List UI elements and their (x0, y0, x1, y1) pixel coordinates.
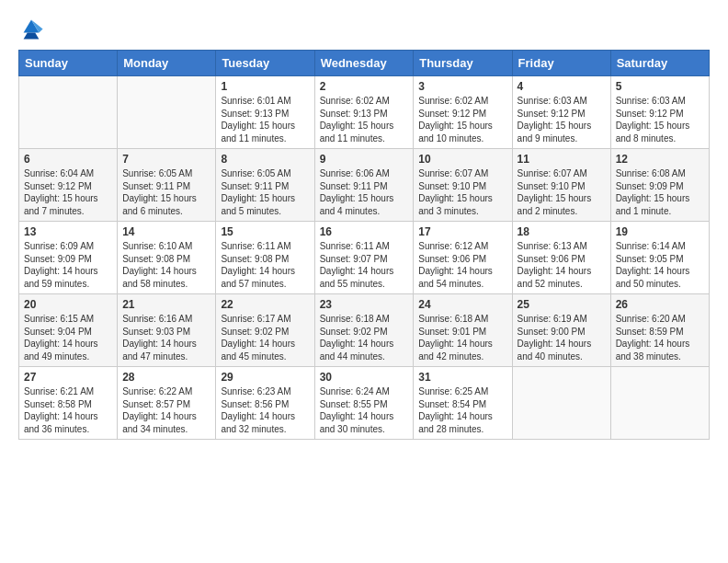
calendar-cell: 24Sunrise: 6:18 AM Sunset: 9:01 PM Dayli… (414, 294, 512, 367)
day-number: 27 (24, 371, 112, 384)
calendar-cell: 18Sunrise: 6:13 AM Sunset: 9:06 PM Dayli… (512, 222, 610, 294)
calendar-cell: 6Sunrise: 6:04 AM Sunset: 9:12 PM Daylig… (19, 149, 118, 222)
day-info: Sunrise: 6:03 AM Sunset: 9:12 PM Dayligh… (518, 95, 606, 144)
day-info: Sunrise: 6:02 AM Sunset: 9:13 PM Dayligh… (320, 95, 409, 144)
day-number: 26 (616, 298, 704, 311)
calendar-cell (512, 367, 610, 440)
day-info: Sunrise: 6:21 AM Sunset: 8:58 PM Dayligh… (24, 385, 112, 435)
calendar-cell: 19Sunrise: 6:14 AM Sunset: 9:05 PM Dayli… (610, 222, 709, 294)
day-number: 9 (320, 153, 409, 166)
day-info: Sunrise: 6:11 AM Sunset: 9:07 PM Dayligh… (320, 240, 409, 290)
calendar-cell: 14Sunrise: 6:10 AM Sunset: 9:08 PM Dayli… (118, 222, 216, 294)
day-info: Sunrise: 6:12 AM Sunset: 9:06 PM Dayligh… (418, 240, 506, 290)
page-header (18, 15, 710, 40)
calendar-cell: 27Sunrise: 6:21 AM Sunset: 8:58 PM Dayli… (19, 367, 118, 440)
calendar-cell: 16Sunrise: 6:11 AM Sunset: 9:07 PM Dayli… (314, 222, 414, 294)
day-info: Sunrise: 6:05 AM Sunset: 9:11 PM Dayligh… (122, 167, 210, 217)
calendar-cell: 26Sunrise: 6:20 AM Sunset: 8:59 PM Dayli… (610, 294, 709, 367)
day-number: 16 (320, 225, 409, 238)
calendar-week-3: 13Sunrise: 6:09 AM Sunset: 9:09 PM Dayli… (19, 222, 710, 294)
day-info: Sunrise: 6:14 AM Sunset: 9:05 PM Dayligh… (616, 240, 704, 290)
calendar-table: SundayMondayTuesdayWednesdayThursdayFrid… (18, 50, 710, 440)
day-info: Sunrise: 6:07 AM Sunset: 9:10 PM Dayligh… (518, 167, 606, 217)
calendar-cell: 3Sunrise: 6:02 AM Sunset: 9:12 PM Daylig… (414, 76, 512, 149)
day-number: 20 (24, 298, 112, 311)
day-number: 24 (418, 298, 506, 311)
day-info: Sunrise: 6:08 AM Sunset: 9:09 PM Dayligh… (616, 167, 704, 217)
day-info: Sunrise: 6:13 AM Sunset: 9:06 PM Dayligh… (518, 240, 606, 290)
day-number: 18 (518, 225, 606, 238)
day-info: Sunrise: 6:06 AM Sunset: 9:11 PM Dayligh… (320, 167, 409, 217)
day-info: Sunrise: 6:02 AM Sunset: 9:12 PM Dayligh… (418, 95, 506, 144)
day-number: 15 (221, 225, 309, 238)
day-info: Sunrise: 6:10 AM Sunset: 9:08 PM Dayligh… (122, 240, 210, 290)
day-info: Sunrise: 6:09 AM Sunset: 9:09 PM Dayligh… (24, 240, 112, 290)
day-number: 31 (418, 371, 506, 384)
day-number: 4 (518, 80, 606, 93)
day-info: Sunrise: 6:15 AM Sunset: 9:04 PM Dayligh… (24, 313, 112, 362)
day-number: 2 (320, 80, 409, 93)
weekday-header-friday: Friday (512, 51, 610, 76)
day-info: Sunrise: 6:05 AM Sunset: 9:11 PM Dayligh… (221, 167, 309, 217)
calendar-cell: 9Sunrise: 6:06 AM Sunset: 9:11 PM Daylig… (314, 149, 414, 222)
day-number: 22 (221, 298, 309, 311)
calendar-cell: 10Sunrise: 6:07 AM Sunset: 9:10 PM Dayli… (414, 149, 512, 222)
day-number: 12 (616, 153, 704, 166)
calendar-cell (118, 76, 216, 149)
day-number: 19 (616, 225, 704, 238)
weekday-header-thursday: Thursday (414, 51, 512, 76)
weekday-header-sunday: Sunday (19, 51, 118, 76)
calendar-cell: 22Sunrise: 6:17 AM Sunset: 9:02 PM Dayli… (216, 294, 314, 367)
day-number: 3 (418, 80, 506, 93)
calendar-cell: 15Sunrise: 6:11 AM Sunset: 9:08 PM Dayli… (216, 222, 314, 294)
day-number: 23 (320, 298, 409, 311)
day-info: Sunrise: 6:11 AM Sunset: 9:08 PM Dayligh… (221, 240, 309, 290)
calendar-cell: 12Sunrise: 6:08 AM Sunset: 9:09 PM Dayli… (610, 149, 709, 222)
day-info: Sunrise: 6:24 AM Sunset: 8:55 PM Dayligh… (320, 385, 409, 435)
day-info: Sunrise: 6:18 AM Sunset: 9:02 PM Dayligh… (320, 313, 409, 362)
day-number: 7 (122, 153, 210, 166)
calendar-cell: 31Sunrise: 6:25 AM Sunset: 8:54 PM Dayli… (414, 367, 512, 440)
day-number: 29 (221, 371, 309, 384)
calendar-cell: 30Sunrise: 6:24 AM Sunset: 8:55 PM Dayli… (314, 367, 414, 440)
day-info: Sunrise: 6:19 AM Sunset: 9:00 PM Dayligh… (518, 313, 606, 362)
calendar-cell: 1Sunrise: 6:01 AM Sunset: 9:13 PM Daylig… (216, 76, 314, 149)
calendar-cell: 8Sunrise: 6:05 AM Sunset: 9:11 PM Daylig… (216, 149, 314, 222)
day-info: Sunrise: 6:16 AM Sunset: 9:03 PM Dayligh… (122, 313, 210, 362)
calendar-cell: 2Sunrise: 6:02 AM Sunset: 9:13 PM Daylig… (314, 76, 414, 149)
weekday-header-tuesday: Tuesday (216, 51, 314, 76)
weekday-header-saturday: Saturday (610, 51, 709, 76)
weekday-header-monday: Monday (118, 51, 216, 76)
calendar-cell: 29Sunrise: 6:23 AM Sunset: 8:56 PM Dayli… (216, 367, 314, 440)
calendar-header-row: SundayMondayTuesdayWednesdayThursdayFrid… (19, 51, 710, 76)
day-number: 6 (24, 153, 112, 166)
day-number: 25 (518, 298, 606, 311)
calendar-cell: 20Sunrise: 6:15 AM Sunset: 9:04 PM Dayli… (19, 294, 118, 367)
calendar-cell: 21Sunrise: 6:16 AM Sunset: 9:03 PM Dayli… (118, 294, 216, 367)
calendar-cell: 23Sunrise: 6:18 AM Sunset: 9:02 PM Dayli… (314, 294, 414, 367)
day-info: Sunrise: 6:20 AM Sunset: 8:59 PM Dayligh… (616, 313, 704, 362)
day-info: Sunrise: 6:22 AM Sunset: 8:57 PM Dayligh… (122, 385, 210, 435)
day-number: 8 (221, 153, 309, 166)
day-number: 10 (418, 153, 506, 166)
calendar-cell: 5Sunrise: 6:03 AM Sunset: 9:12 PM Daylig… (610, 76, 709, 149)
day-number: 17 (418, 225, 506, 238)
day-number: 21 (122, 298, 210, 311)
calendar-cell (19, 76, 118, 149)
calendar-cell: 11Sunrise: 6:07 AM Sunset: 9:10 PM Dayli… (512, 149, 610, 222)
day-info: Sunrise: 6:17 AM Sunset: 9:02 PM Dayligh… (221, 313, 309, 362)
day-number: 28 (122, 371, 210, 384)
day-number: 30 (320, 371, 409, 384)
day-info: Sunrise: 6:04 AM Sunset: 9:12 PM Dayligh… (24, 167, 112, 217)
calendar-cell: 7Sunrise: 6:05 AM Sunset: 9:11 PM Daylig… (118, 149, 216, 222)
day-info: Sunrise: 6:18 AM Sunset: 9:01 PM Dayligh… (418, 313, 506, 362)
calendar-cell (610, 367, 709, 440)
logo-icon (18, 15, 44, 40)
calendar-week-1: 1Sunrise: 6:01 AM Sunset: 9:13 PM Daylig… (19, 76, 710, 149)
day-number: 5 (616, 80, 704, 93)
day-info: Sunrise: 6:23 AM Sunset: 8:56 PM Dayligh… (221, 385, 309, 435)
day-info: Sunrise: 6:01 AM Sunset: 9:13 PM Dayligh… (221, 95, 309, 144)
calendar-cell: 28Sunrise: 6:22 AM Sunset: 8:57 PM Dayli… (118, 367, 216, 440)
calendar-week-2: 6Sunrise: 6:04 AM Sunset: 9:12 PM Daylig… (19, 149, 710, 222)
day-info: Sunrise: 6:07 AM Sunset: 9:10 PM Dayligh… (418, 167, 506, 217)
